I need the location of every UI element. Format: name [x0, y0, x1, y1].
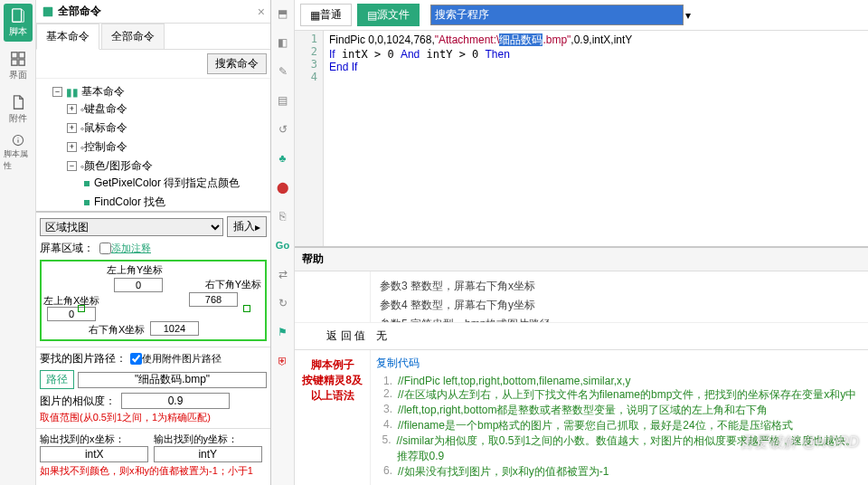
- svg-rect-0: [12, 9, 21, 22]
- tl-y-label: 左上角Y坐标: [107, 263, 163, 277]
- strip-icon-2[interactable]: ◧: [275, 34, 291, 51]
- example-label: 脚本例子按键精灵8及以上语法: [295, 350, 371, 485]
- left-rail: 脚本 界面 附件 脚本属性: [0, 0, 36, 485]
- use-attach-label: 使用附件图片路径: [142, 352, 222, 366]
- annotation-checkbox[interactable]: [99, 242, 111, 254]
- tree-control[interactable]: +◦ 控制命令: [67, 139, 269, 155]
- svg-rect-2: [18, 52, 24, 58]
- help-left-spacer: [295, 271, 371, 322]
- rail-script[interactable]: 脚本: [4, 4, 33, 42]
- line-gutter: 1234: [295, 31, 324, 246]
- strip-icon-5[interactable]: ↺: [275, 121, 291, 138]
- help-params: 参数3 整数型，屏幕右下角x坐标 参数4 整数型，屏幕右下角y坐标 参数5 字符…: [371, 271, 868, 322]
- strip-icon-8[interactable]: ⎘: [275, 208, 291, 224]
- attachment-icon: [10, 94, 26, 110]
- tree-findcolor[interactable]: FindColor 找色: [81, 195, 269, 210]
- mode-select[interactable]: 区域找图: [40, 218, 223, 236]
- chevron-down-icon[interactable]: ▾: [685, 9, 691, 22]
- img-path-label: 要找的图片路径：: [40, 351, 127, 366]
- code-editor[interactable]: 1234 FindPic 0,0,1024,768,"Attachment:\细…: [295, 31, 868, 246]
- strip-icon-3[interactable]: ✎: [275, 63, 291, 80]
- panel-title: 全部命令: [58, 4, 258, 19]
- tl-x-label: 左上角X坐标: [43, 294, 99, 308]
- help-header: 帮助: [295, 248, 868, 271]
- strip-icon-4[interactable]: ▤: [275, 92, 291, 109]
- sub-search-combo[interactable]: 搜索子程序: [430, 5, 684, 25]
- copy-code-link[interactable]: 复制代码: [376, 356, 863, 371]
- tab-normal[interactable]: ▦ 普通: [300, 4, 352, 26]
- svg-rect-3: [11, 60, 16, 65]
- return-row: 返 回 值 无: [295, 322, 868, 349]
- close-icon[interactable]: ×: [258, 5, 265, 19]
- add-annotation-link[interactable]: 添加注释: [111, 242, 151, 255]
- screen-label: 屏幕区域：: [40, 241, 94, 256]
- props-panel: 区域找图 插入▸ 屏幕区域： 添加注释 左上角Y坐标 左上角X坐标 右下角Y坐标…: [36, 211, 270, 485]
- top-tabs: ▦ 普通 ▤ 源文件 搜索子程序 ▾: [295, 0, 868, 31]
- command-tree: −▮▮基本命令 +◦ 键盘命令 +◦ 鼠标命令 +◦ 控制命令 −◦ 颜色/图形…: [36, 79, 270, 211]
- main-area: ▦ 普通 ▤ 源文件 搜索子程序 ▾ 1234 FindPic 0,0,1024…: [295, 0, 868, 485]
- coord-box: 左上角Y坐标 左上角X坐标 右下角Y坐标 右下角X坐标: [40, 260, 267, 341]
- panel-tabs: 基本命令 全部命令: [36, 24, 270, 50]
- script-icon: [10, 7, 26, 24]
- command-panel: 全部命令 × 基本命令 全部命令 搜索命令 −▮▮基本命令 +◦ 键盘命令 +◦…: [36, 0, 271, 485]
- br-y-input[interactable]: [189, 292, 238, 307]
- panel-header: 全部命令 ×: [36, 0, 270, 24]
- svg-rect-6: [43, 6, 53, 16]
- path-button[interactable]: 路径: [40, 370, 74, 389]
- search-button[interactable]: 搜索命令: [207, 53, 267, 74]
- rail-ui[interactable]: 界面: [4, 47, 33, 85]
- grid-icon: [10, 51, 26, 67]
- outx-label: 输出找到的x坐标：: [40, 433, 154, 446]
- strip-icon-13[interactable]: ⛨: [275, 353, 291, 369]
- example-code: 复制代码 1.//FindPic left,top,right,bottom,f…: [371, 350, 868, 485]
- sim-note: 取值范围(从0.5到1之间，1为精确匹配): [40, 411, 267, 424]
- strip-icon-10[interactable]: ⇄: [275, 266, 291, 282]
- code-content[interactable]: FindPic 0,0,1024,768,"Attachment:\细品数码.b…: [324, 31, 868, 246]
- strip-icon-12[interactable]: ⚑: [275, 324, 291, 340]
- help-pane: 帮助 参数3 整数型，屏幕右下角x坐标 参数4 整数型，屏幕右下角y坐标 参数5…: [295, 246, 868, 485]
- tree-keyboard[interactable]: +◦ 键盘命令: [67, 101, 269, 117]
- return-value: 无: [371, 323, 868, 349]
- tree-getpixel[interactable]: GetPixelColor 得到指定点颜色: [81, 176, 269, 191]
- tree-color[interactable]: −◦ 颜色/图形命令: [67, 158, 269, 174]
- info-icon: [10, 134, 26, 147]
- outx-input[interactable]: [40, 446, 148, 462]
- sim-label: 图片的相似度：: [40, 394, 116, 409]
- tl-x-input[interactable]: [47, 307, 96, 321]
- strip-icon-11[interactable]: ↻: [275, 295, 291, 311]
- br-y-label: 右下角Y坐标: [205, 278, 261, 291]
- example-section: 脚本例子按键精灵8及以上语法 复制代码 1.//FindPic left,top…: [295, 349, 868, 485]
- svg-rect-1: [11, 52, 16, 58]
- fail-note: 如果找不到颜色，则x和y的值都被置为-1；小于1: [40, 464, 267, 478]
- path-input[interactable]: [78, 372, 267, 388]
- param-3: 参数3 整数型，屏幕右下角x坐标: [380, 279, 859, 294]
- tree-root[interactable]: −▮▮基本命令: [52, 84, 269, 100]
- rail-props[interactable]: 脚本属性: [4, 134, 33, 172]
- param-4: 参数4 整数型，屏幕右下角y坐标: [380, 298, 859, 313]
- sim-input[interactable]: [121, 393, 230, 409]
- strip-icon-7[interactable]: ⬤: [275, 179, 291, 195]
- tab-basic[interactable]: 基本命令: [36, 24, 99, 50]
- outy-label: 输出找到的y坐标：: [154, 433, 268, 446]
- svg-rect-4: [18, 60, 24, 65]
- tab-all[interactable]: 全部命令: [101, 24, 165, 49]
- search-row: 搜索命令: [36, 50, 270, 79]
- return-label: 返 回 值: [295, 323, 371, 349]
- strip-icon-6[interactable]: ♣: [275, 150, 291, 166]
- tl-y-input[interactable]: [114, 278, 163, 292]
- strip-icon-1[interactable]: ⬒: [275, 5, 291, 22]
- insert-button[interactable]: 插入▸: [227, 216, 267, 237]
- rail-attach[interactable]: 附件: [4, 90, 33, 128]
- outy-input[interactable]: [154, 446, 262, 462]
- br-x-input[interactable]: [150, 321, 199, 336]
- tool-strip: ⬒ ◧ ✎ ▤ ↺ ♣ ⬤ ⎘ Go ⇄ ↻ ⚑ ⛨: [271, 0, 295, 485]
- br-x-label: 右下角X坐标: [89, 323, 145, 337]
- use-attach-checkbox[interactable]: [130, 353, 142, 365]
- strip-icon-go[interactable]: Go: [275, 237, 291, 253]
- tree-mouse[interactable]: +◦ 鼠标命令: [67, 120, 269, 136]
- tab-source[interactable]: ▤ 源文件: [357, 4, 420, 26]
- panel-icon: [42, 5, 54, 18]
